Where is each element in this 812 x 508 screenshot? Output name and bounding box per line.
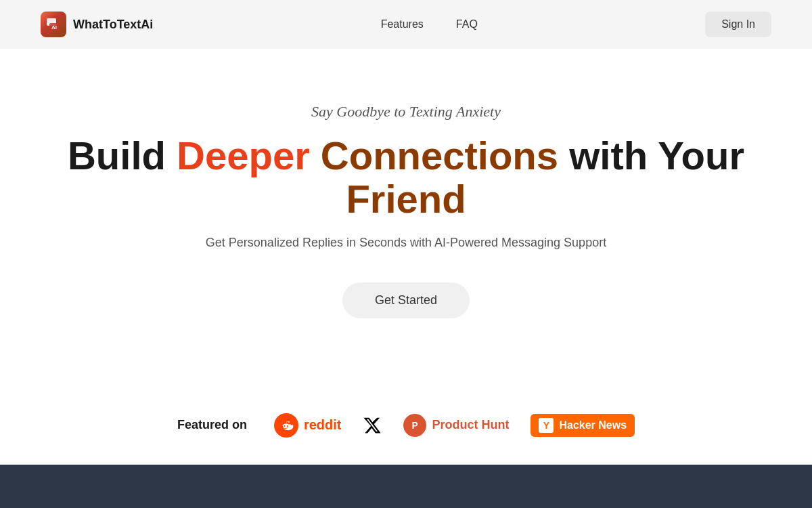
reddit-icon [274, 413, 298, 438]
producthunt-badge[interactable]: Product Hunt [403, 414, 509, 437]
main-content: Say Goodbye to Texting Anxiety Build Dee… [0, 49, 812, 465]
signin-button[interactable]: Sign In [705, 12, 771, 37]
hero-title-part1: Build [68, 133, 177, 177]
hero-section: Say Goodbye to Texting Anxiety Build Dee… [0, 49, 812, 400]
hackernews-badge[interactable]: Y Hacker News [531, 414, 635, 437]
hero-highlight-friend: Friend [346, 177, 466, 221]
reddit-text: reddit [304, 417, 342, 433]
hackernews-text: Hacker News [559, 419, 627, 431]
hero-highlight-connections: Connections [321, 133, 558, 177]
svg-text:AI: AI [51, 24, 57, 30]
navbar: AI WhatToTextAi Features FAQ Sign In [0, 0, 812, 49]
reddit-badge[interactable]: reddit [274, 413, 342, 438]
hero-title: Build Deeper Connections with Your Frien… [41, 134, 771, 221]
producthunt-icon [403, 414, 426, 437]
hero-subtitle: Get Personalized Replies in Seconds with… [206, 236, 606, 250]
hero-highlight-deeper: Deeper [177, 133, 310, 177]
logo-icon: AI [41, 12, 66, 37]
x-icon [363, 416, 382, 435]
featured-section: Featured on reddit [0, 400, 812, 465]
nav-links: Features FAQ [381, 18, 478, 30]
x-badge[interactable] [363, 416, 382, 435]
hero-title-space1 [310, 133, 321, 177]
logo-text: WhatToTextAi [73, 18, 153, 32]
footer [0, 465, 812, 508]
hackernews-icon: Y [539, 418, 554, 433]
nav-faq[interactable]: FAQ [456, 18, 478, 30]
featured-logos: reddit Product Hunt Y Hacker [274, 413, 635, 438]
featured-label: Featured on [177, 418, 247, 432]
producthunt-text: Product Hunt [432, 418, 509, 432]
logo-area: AI WhatToTextAi [41, 12, 153, 37]
get-started-button[interactable]: Get Started [342, 282, 470, 318]
hero-title-part3: with Your [558, 133, 744, 177]
hero-tagline: Say Goodbye to Texting Anxiety [311, 103, 501, 121]
nav-features[interactable]: Features [381, 18, 424, 30]
